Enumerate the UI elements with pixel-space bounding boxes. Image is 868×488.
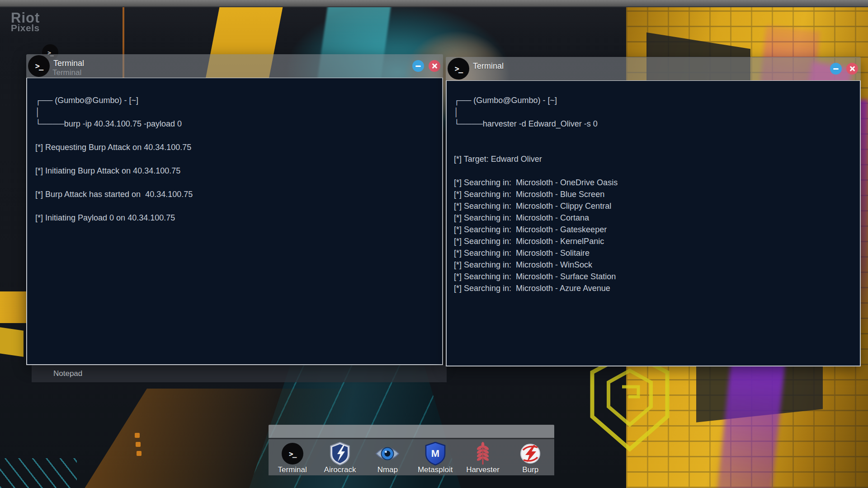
dock-handle-bar[interactable] (269, 425, 554, 439)
terminal-icon: >_ (282, 443, 303, 465)
svg-text:M: M (431, 448, 439, 459)
dock-item-label: Nmap (377, 465, 398, 474)
notepad-window-title: Notepad (53, 369, 82, 378)
minimize-icon (833, 68, 839, 70)
left-terminal-titlebar[interactable]: >_ Terminal Terminal (26, 54, 443, 78)
ghost-window-title: Terminal (52, 68, 81, 77)
minimize-button[interactable] (830, 63, 842, 75)
dock-item-airocrack[interactable]: Airocrack (316, 439, 363, 475)
dock-item-nmap[interactable]: Nmap (364, 439, 411, 475)
terminal-output-text: ┌── (Gumbo@Gumbo) - [~] │ └────burp -ip … (27, 78, 442, 224)
burp-bolt-icon (519, 443, 541, 465)
dock-item-label: Burp (522, 465, 538, 474)
terminal-icon: >_ (28, 55, 50, 77)
close-button[interactable] (846, 63, 858, 75)
wallpaper-cyan-lines (0, 458, 77, 488)
desktop: Riot Pixels >_ Notepad >_ Terminal Termi… (0, 0, 868, 488)
wallpaper-yellow-block (0, 327, 24, 357)
riot-pixels-watermark: Riot Pixels (11, 11, 40, 33)
terminal-icon: >_ (448, 58, 469, 80)
dock-item-terminal[interactable]: >_ Terminal (269, 439, 316, 475)
close-icon (849, 66, 855, 72)
terminal-output-text: ┌── (Gumbo@Gumbo) - [~] │ └────harvester… (447, 81, 860, 294)
terminal-window-left: >_ Terminal Terminal ┌── (Gumbo@Gumbo) -… (26, 54, 443, 365)
notepad-window-titlebar[interactable]: Notepad (32, 365, 447, 382)
close-button[interactable] (429, 60, 440, 72)
dock-body: >_ Terminal Airocrack (269, 439, 554, 475)
dock-item-harvester[interactable]: Harvester (459, 439, 506, 475)
window-title: Terminal (473, 61, 504, 71)
window-title: Terminal (53, 59, 84, 68)
dock-item-metasploit[interactable]: M Metasploit (411, 439, 459, 475)
dock-item-label: Harvester (466, 465, 500, 474)
right-terminal-titlebar[interactable]: >_ Terminal (446, 57, 861, 80)
airocrack-shield-icon (330, 442, 350, 465)
left-terminal-output[interactable]: ┌── (Gumbo@Gumbo) - [~] │ └────burp -ip … (26, 78, 443, 365)
dock-item-label: Terminal (278, 465, 307, 474)
minimize-icon (415, 66, 421, 67)
minimize-button[interactable] (412, 60, 424, 72)
terminal-window-right: >_ Terminal ┌── (Gumbo@Gumbo) - [~] │ └─… (446, 57, 861, 366)
nmap-eye-icon (375, 445, 400, 462)
watermark-text: Pixels (11, 23, 40, 33)
dock-item-label: Metasploit (418, 465, 453, 474)
dock-item-burp[interactable]: Burp (507, 439, 554, 475)
right-terminal-output[interactable]: ┌── (Gumbo@Gumbo) - [~] │ └────harvester… (446, 80, 861, 366)
dock: >_ Terminal Airocrack (269, 425, 554, 475)
harvester-wheat-icon (475, 442, 491, 465)
dock-item-label: Airocrack (324, 465, 356, 474)
close-icon (431, 63, 438, 69)
top-bar (0, 0, 868, 7)
metasploit-shield-icon: M (425, 442, 446, 465)
